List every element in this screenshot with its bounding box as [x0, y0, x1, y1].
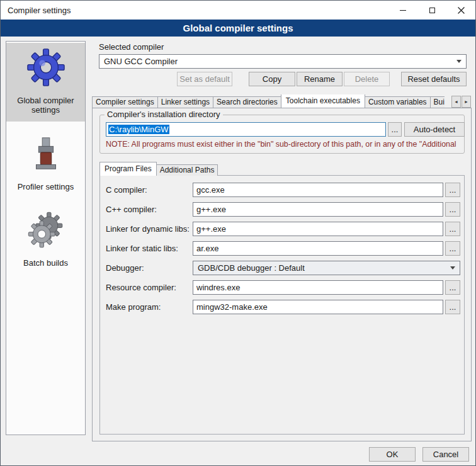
gear-blue-icon — [26, 48, 65, 87]
linker-dynamic-row: Linker for dynamic libs: ... — [106, 222, 464, 236]
cpp-compiler-browse-button[interactable]: ... — [445, 202, 460, 217]
gear-gray-icon — [26, 210, 65, 249]
install-dir-browse-button[interactable]: ... — [388, 122, 402, 137]
compiler-select[interactable]: GNU GCC Compiler — [99, 54, 467, 69]
debugger-select-value: GDB/CDB debugger : Default — [198, 263, 305, 273]
cpp-compiler-label: C++ compiler: — [106, 205, 193, 214]
reset-defaults-button[interactable]: Reset defaults — [401, 72, 467, 86]
linker-static-browse-button[interactable]: ... — [445, 241, 460, 256]
dialog-header-title: Global compiler settings — [183, 23, 293, 33]
sidebar-item-label: Batch builds — [8, 258, 83, 268]
install-dir-note: NOTE: All programs must exist either in … — [106, 140, 470, 149]
linker-dynamic-input[interactable] — [193, 222, 443, 236]
make-program-label: Make program: — [106, 302, 193, 312]
c-compiler-input[interactable] — [193, 183, 443, 197]
set-as-default-button[interactable]: Set as default — [177, 72, 232, 86]
tab-custom-variables[interactable]: Custom variables — [365, 96, 431, 108]
tab-additional-paths[interactable]: Additional Paths — [156, 164, 218, 176]
sidebar-item-label: Global compiler settings — [8, 96, 83, 115]
debugger-label: Debugger: — [106, 263, 193, 273]
rename-button[interactable]: Rename — [297, 72, 343, 86]
compiler-action-buttons: Set as default Copy Rename Delete Reset … — [99, 72, 467, 86]
arrow-right-icon: ► — [464, 99, 468, 104]
profiler-tool-icon — [26, 134, 65, 173]
c-compiler-label: C compiler: — [106, 185, 193, 195]
c-compiler-row: C compiler: ... — [106, 183, 464, 197]
settings-tabs: Compiler settings Linker settings Search… — [92, 94, 445, 108]
sidebar-item-global-compiler-settings[interactable]: Global compiler settings — [6, 43, 85, 122]
tab-search-directories[interactable]: Search directories — [213, 96, 281, 108]
debugger-select[interactable]: GDB/CDB debugger : Default — [193, 261, 460, 275]
compiler-select-value: GNU GCC Compiler — [104, 57, 178, 66]
sidebar-item-batch-builds[interactable]: Batch builds — [6, 205, 85, 274]
linker-static-label: Linker for static libs: — [106, 244, 193, 253]
resource-compiler-row: Resource compiler: ... — [106, 280, 464, 295]
auto-detect-button[interactable]: Auto-detect — [404, 122, 465, 137]
tab-compiler-settings[interactable]: Compiler settings — [92, 96, 158, 108]
tab-toolchain-executables[interactable]: Toolchain executables — [281, 94, 365, 108]
install-dir-input[interactable]: C:\raylib\MinGW — [106, 122, 386, 137]
chevron-down-icon — [456, 60, 462, 63]
ok-button[interactable]: OK — [369, 447, 416, 462]
arrow-left-icon: ◄ — [454, 99, 458, 104]
make-program-row: Make program: ... — [106, 300, 464, 314]
make-program-input[interactable] — [193, 300, 443, 314]
linker-static-input[interactable] — [193, 241, 443, 256]
copy-button[interactable]: Copy — [249, 72, 295, 86]
chevron-down-icon — [450, 266, 455, 270]
sidebar-item-profiler-settings[interactable]: Profiler settings — [6, 129, 85, 198]
cancel-button[interactable]: Cancel — [422, 447, 469, 462]
install-dir-group-label: Compiler's installation directory — [105, 110, 223, 119]
window-title: Compiler settings — [1, 6, 71, 15]
close-button[interactable] — [446, 1, 475, 20]
resource-compiler-label: Resource compiler: — [106, 283, 193, 292]
sidebar-item-label: Profiler settings — [8, 182, 83, 191]
settings-category-list: Global compiler settings Profiler settin… — [6, 41, 86, 435]
toolchain-executables-panel: Compiler's installation directory C:\ray… — [92, 108, 472, 441]
window-controls — [388, 1, 475, 20]
maximize-button[interactable] — [417, 1, 446, 20]
maximize-icon — [429, 8, 435, 13]
resource-compiler-browse-button[interactable]: ... — [445, 280, 460, 295]
debugger-row: Debugger: GDB/CDB debugger : Default — [106, 261, 464, 275]
cpp-compiler-row: C++ compiler: ... — [106, 202, 464, 217]
tab-build-options[interactable]: Build — [430, 96, 445, 108]
make-program-browse-button[interactable]: ... — [445, 300, 460, 314]
tab-scroll-left-button[interactable]: ◄ — [451, 96, 461, 108]
tab-scroll-right-button[interactable]: ► — [462, 96, 471, 108]
linker-static-row: Linker for static libs: ... — [106, 241, 464, 256]
resource-compiler-input[interactable] — [193, 280, 443, 295]
c-compiler-browse-button[interactable]: ... — [445, 183, 460, 197]
linker-dynamic-label: Linker for dynamic libs: — [106, 224, 193, 234]
install-dir-value: C:\raylib\MinGW — [108, 125, 169, 134]
close-icon — [458, 7, 465, 14]
cpp-compiler-input[interactable] — [193, 202, 443, 217]
tab-program-files[interactable]: Program Files — [99, 162, 157, 176]
minimize-button[interactable] — [388, 1, 417, 20]
program-files-panel: C compiler: ... C++ compiler: ... Linker… — [99, 175, 465, 435]
selected-compiler-label: Selected compiler — [99, 42, 164, 52]
dialog-header: Global compiler settings — [1, 20, 475, 37]
titlebar[interactable]: Compiler settings — [1, 1, 475, 20]
delete-button[interactable]: Delete — [344, 72, 390, 86]
program-tabs: Program Files Additional Paths — [99, 162, 218, 176]
linker-dynamic-browse-button[interactable]: ... — [445, 222, 460, 236]
compiler-settings-window: Compiler settings Global compiler settin… — [0, 0, 476, 466]
tab-linker-settings[interactable]: Linker settings — [157, 96, 213, 108]
minimize-icon — [400, 10, 406, 11]
